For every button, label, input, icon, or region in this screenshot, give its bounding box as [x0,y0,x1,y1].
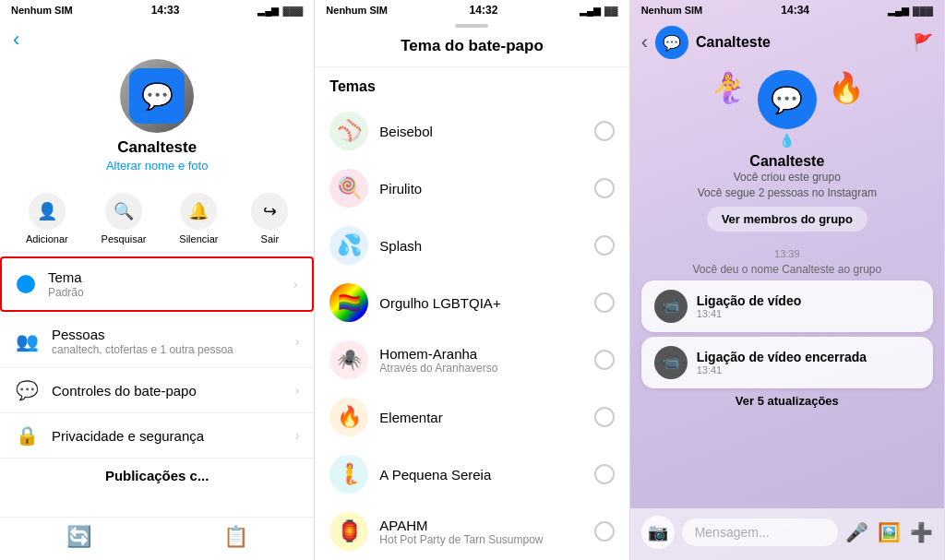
input-action-icons: 🎤 🖼️ ➕ [845,521,933,543]
video-call-icon: 📹 [654,290,688,323]
mic-icon[interactable]: 🎤 [845,521,868,543]
water-stickers: 💧 [779,133,795,148]
bottom-tabs: 🔄 📋 [0,517,314,560]
panel-themes: Nenhum SIM 14:32 ▂▄▆ ▓▓ Tema do bate-pap… [315,0,629,560]
sticker-water: 💧 [779,133,795,148]
mermaid-icon: 🧜 [329,455,368,494]
menu-pessoas[interactable]: 👥 Pessoas canaltech, ctofertas e 1 outra… [0,316,314,368]
back-button-3[interactable]: ‹ [641,30,648,54]
leave-label: Sair [261,233,280,244]
status-bar-2: Nenhum SIM 14:32 ▂▄▆ ▓▓ [315,0,628,20]
message-input[interactable]: Mensagem... [682,518,838,546]
action-leave[interactable]: ↪ Sair [251,193,288,244]
add-icon: 👤 [29,193,66,230]
action-search[interactable]: 🔍 Pesquisar [102,193,147,244]
drag-handle [455,24,488,28]
spiderman-radio[interactable] [594,350,615,370]
channel-icon: 💬 [141,81,173,112]
pride-icon: 🏳️‍🌈 [329,283,368,322]
splash-name: Splash [379,238,582,254]
themes-header: Tema do bate-papo [315,31,628,67]
pirulito-radio[interactable] [594,178,615,198]
spider-name-wrap: Homem-Aranha Através do Aranhaverso [379,346,582,375]
battery-icon-1: ▓▓▓ [282,6,303,16]
splash-radio[interactable] [594,235,615,256]
chat-channel-name: Canalteste [696,34,905,51]
back-button-1[interactable]: ‹ [13,28,19,52]
carrier-2: Nenhum SIM [326,5,388,16]
sticker-fire: 🔥 [828,70,865,129]
theme-sereia[interactable]: 🧜 A Pequena Sereia [315,446,628,503]
mute-label: Silenciar [179,233,218,244]
pirulito-name-wrap: Pirulito [379,181,582,197]
pessoas-title: Pessoas [52,327,282,342]
action-mute[interactable]: 🔔 Silenciar [179,193,218,244]
controles-chevron: › [295,383,300,398]
chat-header: ‹ 💬 Canalteste 🚩 [630,20,944,65]
tema-text: Tema Padrão [48,269,281,299]
theme-orgulho[interactable]: 🏳️‍🌈 Orgulho LGBTQIA+ [315,274,628,331]
beisebol-radio[interactable] [594,121,615,141]
apahm-icon: 🏮 [329,512,368,551]
privacidade-chevron: › [295,428,300,443]
stickers-row: 🧜‍♀️ 💬 🔥 [710,70,865,129]
timestamp-1: 13:39 [641,248,933,259]
members-button[interactable]: Ver membros do grupo [707,207,867,232]
channel-name-hero: Canalteste [749,153,824,170]
theme-beisebol[interactable]: ⚾ Beisebol [315,102,628,160]
chat-avatar-large: 💬 [758,70,817,129]
action-add[interactable]: 👤 Adicionar [26,193,68,244]
menu-tema[interactable]: Tema Padrão › [0,256,314,312]
time-1: 14:33 [151,4,180,17]
updates-link[interactable]: Ver 5 atualizações [641,394,933,408]
orgulho-name-wrap: Orgulho LGBTQIA+ [379,295,582,311]
time-3: 14:34 [781,4,809,17]
chat-avatar-small: 💬 [655,26,688,59]
chat-area: 13:39 Você deu o nome Canalteste ao grup… [630,241,944,415]
theme-homem-aranha[interactable]: 🕷️ Homem-Aranha Através do Aranhaverso [315,331,628,388]
tema-subtitle: Padrão [48,286,281,299]
menu-controles[interactable]: 💬 Controles do bate-papo › [0,368,314,413]
orgulho-radio[interactable] [594,292,615,313]
apahm-name: APAHM [379,518,582,533]
status-icons-3: ▂▄▆ ▓▓▓ [888,6,933,16]
carrier-1: Nenhum SIM [11,5,73,16]
elemental-radio[interactable] [594,407,615,427]
avatar-inner: 💬 [129,68,185,124]
theme-elementar[interactable]: 🔥 Elementar [315,388,628,446]
apahm-radio[interactable] [594,521,615,542]
theme-list: ⚾ Beisebol 🍭 Pirulito 💦 Splash 🏳️‍🌈 [315,102,628,552]
theme-splash[interactable]: 💦 Splash [315,217,628,274]
leave-icon: ↪ [251,193,288,230]
media-icon[interactable]: 🖼️ [878,521,901,543]
wifi-icon-1: ▂▄▆ [257,6,279,16]
panel-chat: Nenhum SIM 14:34 ▂▄▆ ▓▓▓ ‹ 💬 Canalteste … [630,0,945,560]
bubble-video-title: Ligação de vídeo [697,293,920,308]
theme-pirulito[interactable]: 🍭 Pirulito [315,160,628,217]
tab-refresh-icon[interactable]: 🔄 [66,525,91,549]
tema-dot-icon [17,275,35,293]
elemental-name: Elementar [379,410,582,425]
privacidade-text: Privacidade e segurança [52,428,282,444]
theme-apahm[interactable]: 🏮 APAHM Hot Pot Party de Tarn Susumpow [315,503,628,552]
privacidade-title: Privacidade e segurança [52,428,282,444]
bubble-ended-title: Ligação de vídeo encerrada [697,350,920,364]
menu-privacidade[interactable]: 🔒 Privacidade e segurança › [0,413,314,459]
status-icons-1: ▂▄▆ ▓▓▓ [257,6,303,16]
sereia-radio[interactable] [594,464,615,484]
time-2: 14:32 [470,4,498,17]
carrier-3: Nenhum SIM [641,5,703,16]
plus-icon[interactable]: ➕ [910,521,933,543]
beisebol-name-wrap: Beisebol [379,124,582,139]
camera-button[interactable]: 📷 [641,516,675,549]
edit-profile-link[interactable]: Alterar nome e foto [106,159,209,173]
orgulho-name: Orgulho LGBTQIA+ [379,295,582,311]
system-message: Você deu o nome Canalteste ao grupo [641,263,933,276]
status-bar-1: Nenhum SIM 14:33 ▂▄▆ ▓▓▓ [0,0,314,20]
spiderman-icon: 🕷️ [329,340,368,379]
elemental-icon: 🔥 [329,398,368,436]
search-icon: 🔍 [105,193,142,230]
tab-posts-icon[interactable]: 📋 [223,525,248,549]
flag-icon[interactable]: 🚩 [913,32,933,53]
status-bar-3: Nenhum SIM 14:34 ▂▄▆ ▓▓▓ [630,0,944,20]
